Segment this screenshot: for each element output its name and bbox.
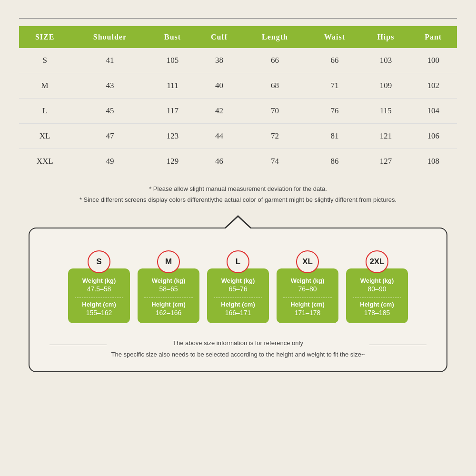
- table-header-cuff: Cuff: [196, 26, 243, 48]
- table-cell-r4-c1: 49: [70, 149, 149, 174]
- height-label: Height (cm): [353, 301, 401, 308]
- size-circle-m: M: [157, 250, 180, 273]
- table-cell-r4-c2: 129: [149, 149, 196, 174]
- size-card-2xl: Weight (kg)80–90Height (cm)178–185: [346, 268, 408, 323]
- table-row: S41105386666103100: [19, 48, 457, 73]
- size-card-wrapper-l: LWeight (kg)65–76Height (cm)166–171: [207, 250, 269, 323]
- weight-label: Weight (kg): [75, 277, 123, 284]
- table-cell-r1-c7: 102: [409, 73, 457, 99]
- size-cards-row: SWeight (kg)47.5–58Height (cm)155–162MWe…: [44, 250, 432, 323]
- note-1: * Please allow slight manual measurement…: [19, 183, 457, 194]
- table-header-pant: Pant: [409, 26, 457, 48]
- table-header-row: SIZEShoulderBustCuffLengthWaistHipsPant: [19, 26, 457, 48]
- table-header-hips: Hips: [362, 26, 410, 48]
- right-line: [369, 345, 426, 345]
- notes-section: * Please allow slight manual measurement…: [19, 183, 457, 206]
- card-divider: [75, 298, 123, 298]
- bottom-lines: The above size information is for refere…: [44, 329, 432, 361]
- table-row: XL47123447281121106: [19, 124, 457, 149]
- table-cell-r2-c7: 104: [409, 99, 457, 124]
- table-cell-r1-c5: 71: [307, 73, 362, 99]
- height-value: 155–162: [75, 309, 123, 317]
- height-label: Height (cm): [283, 301, 332, 308]
- height-label: Height (cm): [144, 301, 193, 308]
- table-cell-r2-c2: 117: [149, 99, 196, 124]
- weight-value: 80–90: [353, 285, 401, 293]
- bottom-note: The above size information is for refere…: [111, 337, 365, 361]
- size-card-wrapper-m: MWeight (kg)58–65Height (cm)162–166: [138, 250, 199, 323]
- card-divider: [283, 298, 332, 298]
- size-card-wrapper-s: SWeight (kg)47.5–58Height (cm)155–162: [68, 250, 130, 323]
- weight-value: 76–80: [283, 285, 332, 293]
- table-cell-r0-c1: 41: [70, 48, 149, 73]
- table-cell-r0-c5: 66: [307, 48, 362, 73]
- table-cell-r0-c7: 100: [409, 48, 457, 73]
- table-cell-r1-c4: 68: [242, 73, 307, 99]
- table-header-waist: Waist: [307, 26, 362, 48]
- height-value: 171–178: [283, 309, 332, 317]
- table-cell-r3-c1: 47: [70, 124, 149, 149]
- size-circle-l: L: [227, 250, 249, 273]
- recommend-box: SWeight (kg)47.5–58Height (cm)155–162MWe…: [29, 228, 447, 372]
- table-cell-r1-c3: 40: [196, 73, 243, 99]
- size-card-wrapper-2xl: 2XLWeight (kg)80–90Height (cm)178–185: [346, 250, 408, 323]
- table-cell-r2-c0: L: [19, 99, 70, 124]
- left-line: [50, 345, 107, 345]
- card-divider: [353, 298, 401, 298]
- table-cell-r4-c5: 86: [307, 149, 362, 174]
- table-cell-r1-c6: 109: [362, 73, 410, 99]
- weight-value: 58–65: [144, 285, 193, 293]
- weight-label: Weight (kg): [353, 277, 401, 284]
- table-cell-r1-c1: 43: [70, 73, 149, 99]
- table-cell-r0-c2: 105: [149, 48, 196, 73]
- bottom-note-1: The above size information is for refere…: [111, 337, 365, 349]
- table-row: M43111406871109102: [19, 73, 457, 99]
- table-cell-r0-c6: 103: [362, 48, 410, 73]
- table-cell-r0-c0: S: [19, 48, 70, 73]
- table-header-shoulder: Shoulder: [70, 26, 149, 48]
- table-cell-r2-c3: 42: [196, 99, 243, 124]
- table-body: S41105386666103100M43111406871109102L451…: [19, 48, 457, 174]
- table-cell-r4-c3: 46: [196, 149, 243, 174]
- weight-value: 47.5–58: [75, 285, 123, 293]
- table-cell-r3-c0: XL: [19, 124, 70, 149]
- table-cell-r0-c4: 66: [242, 48, 307, 73]
- table-cell-r3-c6: 121: [362, 124, 410, 149]
- table-cell-r4-c0: XXL: [19, 149, 70, 174]
- table-cell-r3-c5: 81: [307, 124, 362, 149]
- table-cell-r2-c1: 45: [70, 99, 149, 124]
- weight-value: 65–76: [214, 285, 262, 293]
- weight-label: Weight (kg): [283, 277, 332, 284]
- table-header-length: Length: [242, 26, 307, 48]
- weight-label: Weight (kg): [144, 277, 193, 284]
- table-cell-r3-c2: 123: [149, 124, 196, 149]
- size-circle-xl: XL: [296, 250, 319, 273]
- arrow-connector: [19, 215, 457, 228]
- bottom-note-2: The specific size also needs to be selec…: [111, 349, 365, 361]
- table-header-size: SIZE: [19, 26, 70, 48]
- title-section: [19, 10, 457, 19]
- height-value: 162–166: [144, 309, 193, 317]
- table-cell-r0-c3: 38: [196, 48, 243, 73]
- weight-label: Weight (kg): [214, 277, 262, 284]
- table-cell-r3-c4: 72: [242, 124, 307, 149]
- height-label: Height (cm): [214, 301, 262, 308]
- size-table: SIZEShoulderBustCuffLengthWaistHipsPant …: [19, 26, 457, 174]
- size-card-wrapper-xl: XLWeight (kg)76–80Height (cm)171–178: [277, 250, 338, 323]
- size-circle-2xl: 2XL: [366, 250, 388, 273]
- table-cell-r2-c6: 115: [362, 99, 410, 124]
- table-header-bust: Bust: [149, 26, 196, 48]
- table-cell-r3-c3: 44: [196, 124, 243, 149]
- size-card-xl: Weight (kg)76–80Height (cm)171–178: [277, 268, 338, 323]
- table-cell-r4-c6: 127: [362, 149, 410, 174]
- size-card-l: Weight (kg)65–76Height (cm)166–171: [207, 268, 269, 323]
- table-cell-r1-c2: 111: [149, 73, 196, 99]
- table-cell-r3-c7: 106: [409, 124, 457, 149]
- card-divider: [214, 298, 262, 298]
- table-cell-r2-c4: 70: [242, 99, 307, 124]
- page-container: SIZEShoulderBustCuffLengthWaistHipsPant …: [0, 0, 476, 476]
- table-cell-r2-c5: 76: [307, 99, 362, 124]
- size-card-m: Weight (kg)58–65Height (cm)162–166: [138, 268, 199, 323]
- arrow-up-icon: [224, 215, 252, 228]
- title-divider: [19, 18, 457, 19]
